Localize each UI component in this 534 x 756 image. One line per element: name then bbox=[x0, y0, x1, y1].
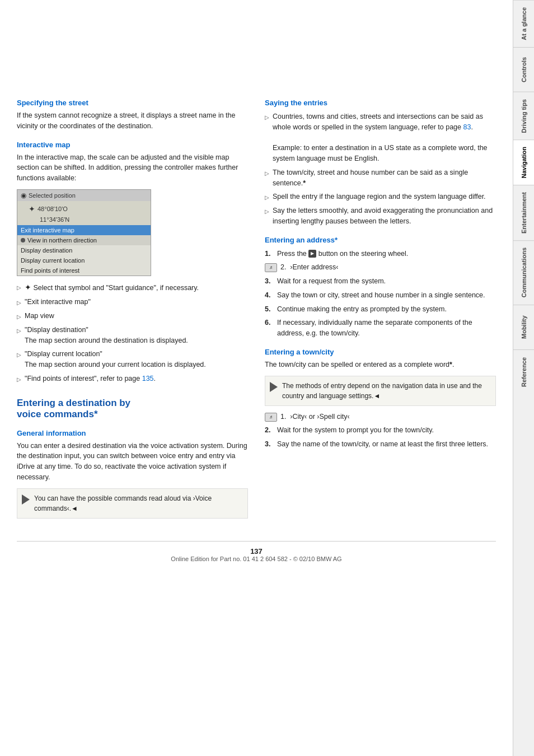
list-item: ▷ Spell the entry if the language region… bbox=[265, 192, 496, 202]
list-item: ▷ ✦ Select that symbol and "Start guidan… bbox=[17, 282, 248, 293]
sidebar-tab-entertainment[interactable]: Entertainment bbox=[513, 185, 534, 240]
map-exit-interactive[interactable]: Exit interactive map bbox=[17, 225, 151, 235]
voice-icon-step2: ♬ bbox=[265, 263, 277, 272]
town-note-text: The methods of entry depend on the navig… bbox=[282, 381, 491, 401]
bullet-icon: ▷ bbox=[17, 312, 21, 321]
note-triangle-icon bbox=[22, 494, 30, 505]
note-text: You can have the possible commands read … bbox=[34, 493, 243, 514]
specifying-street-text: If the system cannot recognize a street,… bbox=[17, 110, 248, 132]
sidebar-tab-reference[interactable]: Reference bbox=[513, 349, 534, 394]
list-item: 3. Say the name of the town/city, or nam… bbox=[265, 439, 496, 450]
list-item: ▷ "Display current location"The map sect… bbox=[17, 349, 248, 370]
map-header: ◉ Selected position bbox=[17, 190, 151, 201]
map-find-poi[interactable]: Find points of interest bbox=[17, 265, 151, 276]
bullet-icon: ▷ bbox=[265, 113, 269, 122]
bullet-icon: ▷ bbox=[17, 283, 21, 292]
map-view-north[interactable]: View in northern direction bbox=[17, 235, 151, 245]
page-number: 137 bbox=[17, 547, 496, 556]
list-item: 5. Continue making the entry as prompted… bbox=[265, 304, 496, 315]
map-functions-list: ▷ ✦ Select that symbol and "Start guidan… bbox=[17, 282, 248, 384]
list-item: ▷ "Exit interactive map" bbox=[17, 297, 248, 307]
list-item: 4. Say the town or city, street and hous… bbox=[265, 290, 496, 301]
specifying-street-title: Specifying the street bbox=[17, 99, 248, 107]
entering-town-text: The town/city can be spelled or entered … bbox=[265, 360, 496, 370]
bullet-icon: ▷ bbox=[17, 375, 21, 384]
entering-town-title: Entering a town/city bbox=[265, 348, 496, 356]
bullet-icon: ▷ bbox=[265, 169, 269, 178]
page-ref-135[interactable]: 135 bbox=[142, 375, 154, 382]
entering-address-steps: 1. Press the ▶ button on the steering wh… bbox=[265, 249, 496, 339]
map-ui[interactable]: ◉ Selected position ✦ 48°08'10'O 11°34'3… bbox=[17, 189, 151, 277]
note-triangle-icon bbox=[270, 382, 278, 392]
list-item: 3. Wait for a request from the system. bbox=[265, 276, 496, 287]
top-image-area bbox=[17, 11, 496, 90]
bullet-icon: ▷ bbox=[17, 326, 21, 335]
bullet-icon: ▷ bbox=[265, 193, 269, 202]
map-compass-dot bbox=[21, 238, 25, 242]
bullet-icon: ▷ bbox=[17, 351, 21, 359]
list-item: ♬ 2. ›Enter address‹ bbox=[265, 262, 496, 273]
voice-commands-note: You can have the possible commands read … bbox=[17, 488, 248, 519]
sidebar-tab-mobility[interactable]: Mobility bbox=[513, 305, 534, 349]
general-info-title: General information bbox=[17, 429, 248, 437]
entering-address-title: Entering an address* bbox=[265, 236, 496, 244]
interactive-map-title: Interactive map bbox=[17, 141, 248, 149]
list-item: ▷ Countries, towns and cities, streets a… bbox=[265, 111, 496, 164]
map-display-current[interactable]: Display current location bbox=[17, 255, 151, 265]
map-coords: ✦ 48°08'10'O 11°34'36'N bbox=[17, 201, 151, 226]
sidebar: At a glance Controls Driving tips Naviga… bbox=[513, 0, 534, 756]
list-item: 2. Wait for the system to prompt you for… bbox=[265, 425, 496, 436]
sidebar-tab-controls[interactable]: Controls bbox=[513, 47, 534, 92]
steering-wheel-button: ▶ bbox=[308, 250, 316, 258]
voice-icon-town-step1: ♬ bbox=[265, 413, 277, 422]
list-item: ▷ "Find points of interest", refer to pa… bbox=[17, 374, 248, 384]
list-item: 1. Press the ▶ button on the steering wh… bbox=[265, 249, 496, 259]
bullet-icon: ▷ bbox=[17, 298, 21, 307]
footer-text: Online Edition for Part no. 01 41 2 604 … bbox=[17, 556, 496, 562]
page-footer: 137 Online Edition for Part no. 01 41 2 … bbox=[17, 541, 496, 562]
bullet-icon: ▷ bbox=[265, 207, 269, 216]
sidebar-tab-navigation[interactable]: Navigation bbox=[513, 139, 534, 185]
interactive-map-text: In the interactive map, the scale can be… bbox=[17, 152, 248, 184]
list-item: ▷ "Display destination"The map section a… bbox=[17, 325, 248, 346]
sidebar-tab-at-a-glance[interactable]: At a glance bbox=[513, 0, 534, 47]
map-location-icon: ◉ bbox=[21, 192, 26, 199]
list-item: ▷ Say the letters smoothly, and avoid ex… bbox=[265, 206, 496, 227]
sidebar-tab-driving-tips[interactable]: Driving tips bbox=[513, 92, 534, 140]
saying-entries-title: Saying the entries bbox=[265, 99, 496, 107]
list-item: 6. If necessary, individually name the s… bbox=[265, 318, 496, 339]
list-item: ▷ Map view bbox=[17, 311, 248, 321]
town-steps: ♬ 1. ›City‹ or ›Spell city‹ 2. Wait for … bbox=[265, 412, 496, 450]
list-item: ▷ The town/city, street and house number… bbox=[265, 167, 496, 189]
sidebar-tab-communications[interactable]: Communications bbox=[513, 240, 534, 304]
town-note: The methods of entry depend on the navig… bbox=[265, 376, 496, 406]
entering-destination-title: Entering a destination byvoice commands* bbox=[17, 398, 248, 420]
list-item: ♬ 1. ›City‹ or ›Spell city‹ bbox=[265, 412, 496, 422]
saying-entries-list: ▷ Countries, towns and cities, streets a… bbox=[265, 111, 496, 227]
map-display-dest[interactable]: Display destination bbox=[17, 245, 151, 255]
page-ref-83[interactable]: 83 bbox=[463, 123, 471, 131]
general-info-text: You can enter a desired destination via … bbox=[17, 441, 248, 483]
